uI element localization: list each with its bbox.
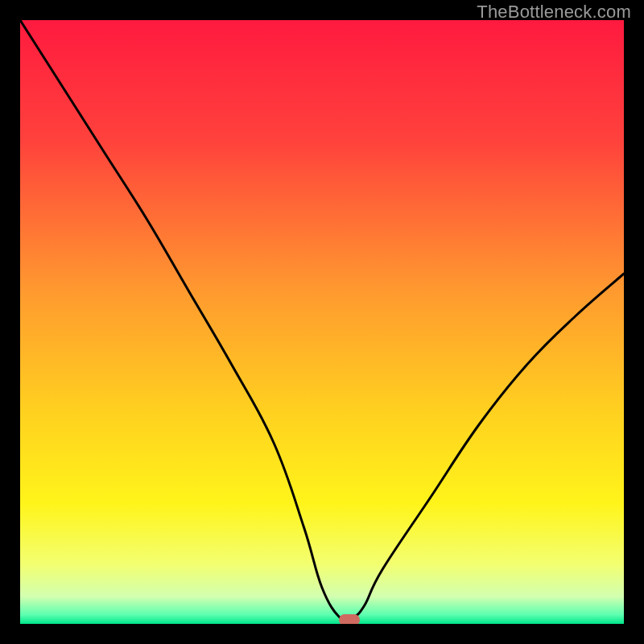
optimal-marker xyxy=(339,614,360,624)
bottleneck-curve xyxy=(20,20,624,624)
plot-area xyxy=(20,20,624,624)
chart-frame: TheBottleneck.com xyxy=(0,0,644,644)
